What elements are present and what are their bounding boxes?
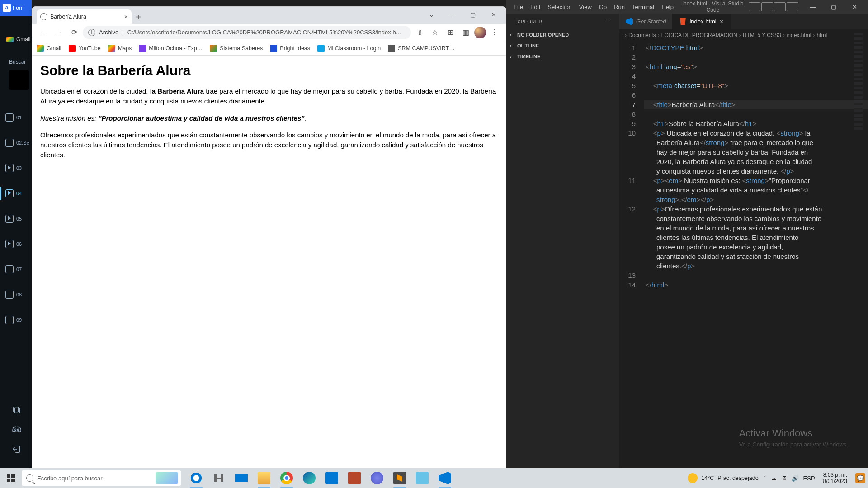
code-line[interactable]: <h1>Sobre la Barbería Alura</h1> bbox=[644, 119, 868, 128]
menu-edit[interactable]: Edit bbox=[527, 2, 544, 12]
layout-full-icon[interactable] bbox=[787, 2, 798, 11]
code-line[interactable] bbox=[644, 52, 868, 62]
code-line[interactable]: autoestima y calidad de vida a nuestros … bbox=[644, 185, 868, 195]
code-line[interactable]: y conquista nuevos clientes diariamente.… bbox=[644, 166, 868, 176]
bookmark-item[interactable]: Bright Ideas bbox=[270, 45, 310, 52]
minimap[interactable] bbox=[854, 33, 863, 132]
code-line[interactable]: <p><em> Nuestra misión es: <strong>"Prop… bbox=[644, 176, 868, 185]
tray-language[interactable]: ESP bbox=[803, 475, 815, 482]
vsc-maximize-button[interactable]: ▢ bbox=[824, 0, 844, 14]
code-line[interactable]: <title>Barbería Alura</title> bbox=[644, 100, 868, 109]
bookmark-item[interactable]: YouTube bbox=[69, 45, 101, 52]
share-icon[interactable]: ⇪ bbox=[413, 26, 426, 39]
code-line[interactable] bbox=[644, 90, 868, 100]
explorer-section[interactable]: NO FOLDER OPENED bbox=[506, 29, 619, 40]
code-line[interactable]: hay de mejor para su cabello y barba. Fu… bbox=[644, 147, 868, 157]
app-teams[interactable] bbox=[366, 468, 388, 488]
maximize-button[interactable]: ▢ bbox=[462, 8, 483, 21]
start-button[interactable] bbox=[0, 468, 22, 488]
copy-icon[interactable] bbox=[11, 404, 23, 416]
layout-side-icon[interactable] bbox=[749, 2, 760, 11]
notifications-icon[interactable]: 💬 bbox=[855, 473, 865, 483]
vsc-minimize-button[interactable]: — bbox=[803, 0, 823, 14]
discord-icon[interactable] bbox=[11, 424, 23, 436]
editor-tab[interactable]: Get Started bbox=[619, 14, 673, 29]
code-line[interactable]: <p> Ubicada en el corazón de la ciudad, … bbox=[644, 128, 868, 138]
close-tab-icon[interactable]: × bbox=[720, 18, 724, 25]
menu-file[interactable]: File bbox=[510, 2, 527, 12]
app-sublime[interactable] bbox=[389, 468, 410, 488]
browser-tab[interactable]: Barbería Alura × bbox=[37, 9, 132, 24]
code-line[interactable]: </html> bbox=[644, 280, 868, 290]
chevron-down-icon[interactable]: ⌄ bbox=[421, 8, 442, 21]
menu-icon[interactable]: ⋮ bbox=[488, 26, 501, 39]
more-icon[interactable]: ⋯ bbox=[607, 19, 612, 24]
bookmark-item[interactable]: Gmail bbox=[37, 45, 61, 52]
layout-right-icon[interactable] bbox=[774, 2, 786, 11]
menu-view[interactable]: View bbox=[576, 2, 595, 12]
tray-volume-icon[interactable]: 🔊 bbox=[792, 475, 799, 482]
reload-button[interactable]: ⟳ bbox=[67, 26, 81, 39]
exit-icon[interactable] bbox=[11, 443, 23, 455]
sidebar-item[interactable]: 07 bbox=[0, 257, 32, 282]
sidebar-item[interactable]: 09 bbox=[0, 307, 32, 333]
menu-selection[interactable]: Selection bbox=[544, 2, 575, 12]
code-line[interactable]: 2020, la Barbería Alura ya es destaque e… bbox=[644, 157, 868, 166]
taskbar-search[interactable]: Escribe aquí para buscar bbox=[22, 470, 181, 486]
code-line[interactable] bbox=[644, 271, 868, 280]
profile-avatar[interactable] bbox=[474, 27, 486, 38]
tray-network-icon[interactable]: 🖥 bbox=[781, 475, 787, 482]
menu-terminal[interactable]: Terminal bbox=[628, 2, 658, 12]
site-info-icon[interactable]: i bbox=[88, 29, 95, 36]
code-line[interactable]: <!DOCTYPE html> bbox=[644, 43, 868, 52]
code-line[interactable]: garantizando calidad y satisfacción de n… bbox=[644, 252, 868, 261]
app-explorer[interactable] bbox=[253, 468, 275, 488]
breadcrumb-segment[interactable]: HTML5 Y CSS3 bbox=[743, 32, 781, 38]
code-line[interactable] bbox=[644, 71, 868, 81]
code-lines[interactable]: <!DOCTYPE html><html lang="es"> <meta ch… bbox=[644, 41, 868, 473]
code-editor[interactable]: 1234567891011121314 <!DOCTYPE html><html… bbox=[619, 41, 868, 473]
code-line[interactable]: posee un padrón de excelencia y agilidad… bbox=[644, 242, 868, 252]
bookmark-star-icon[interactable]: ☆ bbox=[428, 26, 442, 39]
code-line[interactable]: strong>.</em></p> bbox=[644, 195, 868, 204]
breadcrumb-segment[interactable]: html bbox=[816, 32, 827, 38]
breadcrumb-segment[interactable]: index.html bbox=[787, 32, 811, 38]
new-tab-button[interactable]: + bbox=[132, 10, 145, 24]
code-line[interactable]: <meta charset="UTF-8"> bbox=[644, 81, 868, 90]
sidebar-item[interactable]: 08 bbox=[0, 282, 32, 307]
app-notepad[interactable] bbox=[411, 468, 433, 488]
code-line[interactable] bbox=[644, 109, 868, 119]
layout-toggles[interactable] bbox=[749, 2, 798, 11]
menu-go[interactable]: Go bbox=[595, 2, 610, 12]
code-line[interactable]: en el mundo de la moda, para así ofrecer… bbox=[644, 223, 868, 233]
bookmark-item[interactable]: Mi Classroom - Login bbox=[317, 45, 381, 52]
bookmark-item[interactable]: SRM CAMPUSVIRT… bbox=[388, 45, 454, 52]
breadcrumb-segment[interactable]: LOGICA DE PROGRAMACION bbox=[661, 32, 737, 38]
app-mail[interactable] bbox=[231, 468, 252, 488]
breadcrumbs[interactable]: › Documents › LOGICA DE PROGRAMACION › H… bbox=[619, 29, 868, 41]
menu-help[interactable]: Help bbox=[658, 2, 677, 12]
code-line[interactable]: <p>Ofrecemos profesionales experimentado… bbox=[644, 204, 868, 214]
minimize-button[interactable]: — bbox=[442, 8, 462, 21]
explorer-section[interactable]: OUTLINE bbox=[506, 40, 619, 51]
breadcrumb-segment[interactable]: Documents bbox=[628, 32, 656, 38]
code-line[interactable]: constantemente observando los cambios y … bbox=[644, 214, 868, 223]
bookmark-item[interactable]: Milton Ochoa - Exp… bbox=[139, 45, 203, 52]
explorer-section[interactable]: TIMELINE bbox=[506, 51, 619, 62]
close-button[interactable]: ✕ bbox=[483, 8, 504, 21]
layout-bottom-icon[interactable] bbox=[761, 2, 773, 11]
menu-run[interactable]: Run bbox=[610, 2, 628, 12]
sidebar-item[interactable]: 04 bbox=[0, 181, 32, 206]
close-tab-icon[interactable]: × bbox=[124, 13, 128, 20]
forward-button[interactable]: → bbox=[52, 26, 66, 39]
app-vscode[interactable] bbox=[434, 468, 456, 488]
back-button[interactable]: ← bbox=[37, 26, 50, 39]
tray-chevron-icon[interactable]: ˄ bbox=[763, 475, 766, 482]
sidebar-item[interactable]: 02.Se bbox=[0, 130, 32, 155]
extensions-icon[interactable]: ⊞ bbox=[443, 26, 457, 39]
code-line[interactable]: <html lang="es"> bbox=[644, 62, 868, 71]
code-line[interactable]: Barbería Alura</strong> trae para el mer… bbox=[644, 138, 868, 147]
address-bar[interactable]: i Archivo | C:/Users/escritorio/Document… bbox=[83, 26, 411, 39]
app-powerpoint[interactable] bbox=[344, 468, 365, 488]
sidebar-item[interactable]: 05 bbox=[0, 206, 32, 231]
